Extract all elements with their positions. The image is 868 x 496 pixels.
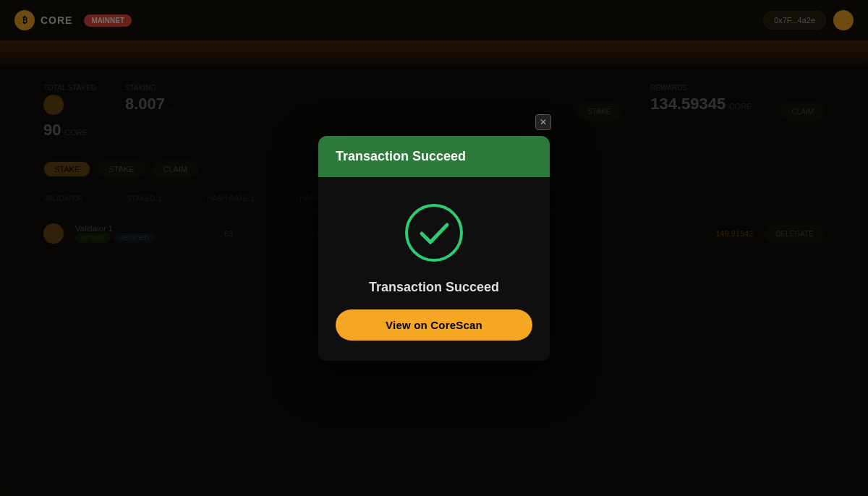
success-text: Transaction Succeed: [369, 280, 499, 295]
transaction-modal: Transaction Succeed Transaction Succeed …: [318, 136, 550, 361]
modal-container: ✕ Transaction Succeed Transaction Succee…: [318, 136, 550, 361]
modal-overlay: ✕ Transaction Succeed Transaction Succee…: [0, 0, 868, 496]
corescan-button[interactable]: View on CoreScan: [336, 309, 532, 341]
svg-point-0: [407, 205, 461, 260]
modal-header: Transaction Succeed: [318, 136, 550, 177]
close-button[interactable]: ✕: [535, 114, 551, 130]
modal-body: Transaction Succeed View on CoreScan: [318, 177, 550, 361]
close-icon: ✕: [540, 117, 547, 127]
success-icon: [401, 200, 467, 265]
modal-title: Transaction Succeed: [336, 149, 466, 163]
